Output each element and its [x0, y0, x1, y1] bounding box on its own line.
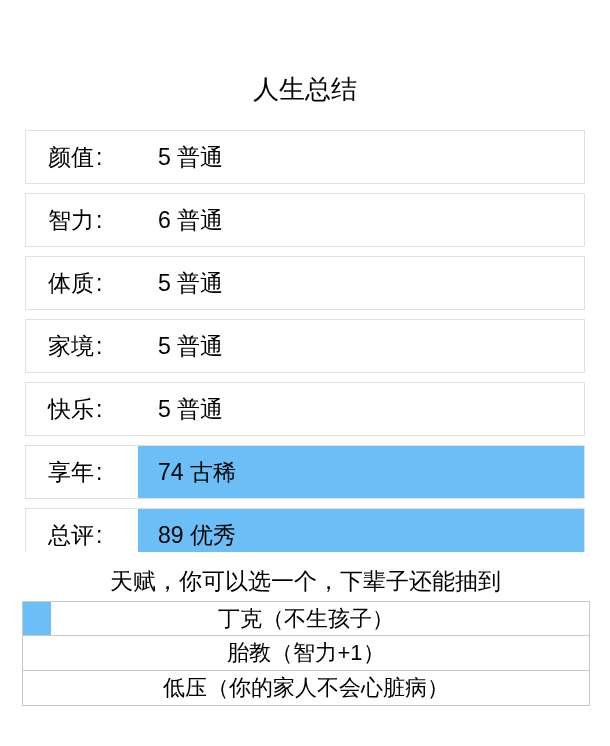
page-title: 人生总结 — [0, 0, 610, 135]
stat-value: 5 普通 — [138, 131, 584, 183]
stat-label: 快乐 — [26, 383, 138, 435]
stat-row-age: 享年 74 古稀 — [25, 445, 585, 499]
stat-row-constitution: 体质 5 普通 — [25, 256, 585, 310]
stat-value: 74 古稀 — [138, 446, 584, 498]
stat-value: 5 普通 — [138, 257, 584, 309]
stat-value: 89 优秀 — [138, 509, 584, 552]
talent-name: 丁克（不生孩子） — [218, 604, 394, 634]
stat-value: 6 普通 — [138, 194, 584, 246]
stats-scroll-area[interactable]: 颜值 5 普通 智力 6 普通 体质 5 普通 家境 5 普通 快乐 5 普通 … — [25, 130, 585, 552]
talent-option-dink[interactable]: 丁克（不生孩子） — [22, 601, 590, 636]
stat-row-intelligence: 智力 6 普通 — [25, 193, 585, 247]
stat-label: 总评 — [26, 509, 138, 552]
talent-name: 胎教（智力+1） — [227, 638, 384, 668]
stat-row-happiness: 快乐 5 普通 — [25, 382, 585, 436]
stat-value: 5 普通 — [138, 320, 584, 372]
talent-name: 低压（你的家人不会心脏病） — [163, 673, 449, 703]
stat-label: 享年 — [26, 446, 138, 498]
stat-row-overall: 总评 89 优秀 — [25, 508, 585, 552]
stat-row-appearance: 颜值 5 普通 — [25, 130, 585, 184]
talent-option-lowpressure[interactable]: 低压（你的家人不会心脏病） — [22, 671, 590, 706]
stat-value: 5 普通 — [138, 383, 584, 435]
stat-label: 颜值 — [26, 131, 138, 183]
stat-label: 体质 — [26, 257, 138, 309]
talent-list: 丁克（不生孩子） 胎教（智力+1） 低压（你的家人不会心脏病） — [22, 601, 590, 706]
stat-label: 智力 — [26, 194, 138, 246]
stat-label: 家境 — [26, 320, 138, 372]
talents-header: 天赋，你可以选一个，下辈子还能抽到 — [25, 562, 585, 601]
stat-row-family: 家境 5 普通 — [25, 319, 585, 373]
talent-option-prenatal[interactable]: 胎教（智力+1） — [22, 636, 590, 671]
